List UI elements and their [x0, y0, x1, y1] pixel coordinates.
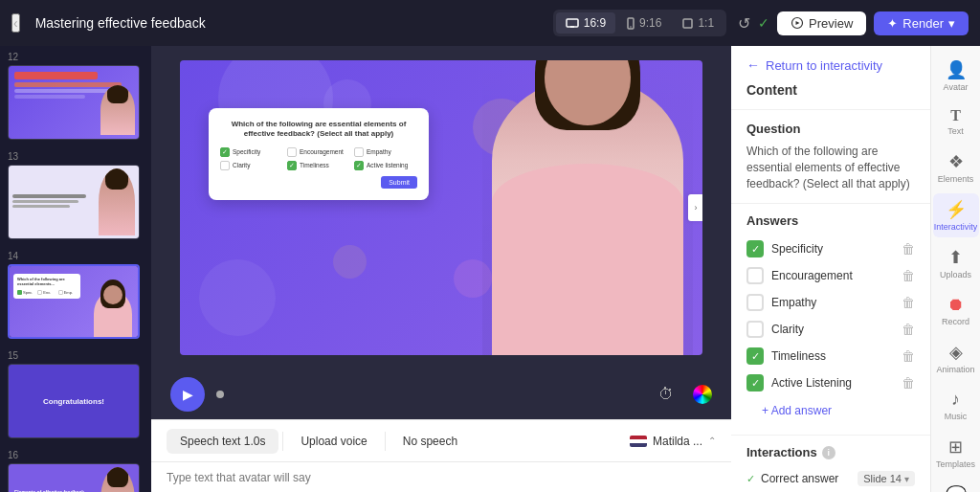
- add-answer-button[interactable]: + Add answer: [746, 396, 915, 425]
- svg-rect-4: [683, 19, 692, 28]
- render-button[interactable]: ✦ Render ▾: [874, 11, 969, 35]
- answer-delete-empathy[interactable]: 🗑: [902, 295, 915, 310]
- slide-thumb-14[interactable]: 14 Which of the following are essential …: [0, 245, 151, 345]
- answer-delete-encouragement[interactable]: 🗑: [902, 268, 915, 283]
- no-speech-option[interactable]: No speech: [390, 429, 471, 454]
- panel-icon-music[interactable]: ♪ Music: [933, 384, 979, 427]
- answer-checkbox-empathy[interactable]: [746, 294, 764, 311]
- aspect-1-1-button[interactable]: 1:1: [673, 12, 724, 34]
- answer-delete-timeliness[interactable]: 🗑: [902, 348, 915, 364]
- avatar-text-input[interactable]: [167, 471, 716, 484]
- canvas-preview: Which of the following are essential ele…: [180, 60, 702, 355]
- svg-rect-0: [567, 19, 578, 27]
- render-label: Render: [902, 16, 944, 31]
- quiz-checkbox-specificity: ✓: [220, 147, 230, 157]
- slide-thumb-16[interactable]: 16 Elements of effective feedback • Spec…: [0, 444, 151, 492]
- answer-label-timeliness: Timeliness: [771, 349, 894, 363]
- comments-panel-icon: 💬: [946, 484, 967, 492]
- quiz-submit-button[interactable]: Submit: [381, 176, 417, 189]
- upload-voice-option[interactable]: Upload voice: [287, 429, 380, 454]
- quiz-option-timeliness-label: Timeliness: [300, 162, 329, 168]
- uploads-panel-icon: ⬆: [948, 247, 963, 268]
- slide-image-14: Which of the following are essential ele…: [8, 264, 140, 339]
- panel-icon-animation[interactable]: ◈ Animation: [933, 336, 979, 380]
- collapse-panel-button[interactable]: ›: [688, 194, 702, 221]
- speech-bar: Speech text 1.0s Upload voice No speech …: [151, 419, 731, 461]
- quiz-overlay[interactable]: Which of the following are essential ele…: [209, 108, 429, 200]
- slide-panel: 12 13: [0, 46, 151, 492]
- interactions-info-icon[interactable]: i: [822, 446, 835, 459]
- slide-image-16: Elements of effective feedback • Specifi…: [8, 463, 140, 492]
- quiz-title: Which of the following are essential ele…: [220, 120, 417, 140]
- aspect-9-16-button[interactable]: 9:16: [617, 12, 671, 34]
- quiz-option-empathy[interactable]: Empathy: [354, 147, 417, 157]
- panel-icon-text[interactable]: T Text: [933, 101, 979, 142]
- quiz-option-encouragement-label: Encouragement: [300, 148, 344, 155]
- record-panel-icon: ⏺: [947, 295, 965, 315]
- slide-image-13: [8, 165, 140, 239]
- timer-icon: ⏱: [658, 386, 674, 403]
- panel-icon-strip: 👤 Avatar T Text ❖ Elements ⚡ Interactivi…: [930, 46, 980, 492]
- monitor-icon: [566, 18, 579, 28]
- quiz-option-clarity-label: Clarity: [233, 162, 250, 168]
- play-button[interactable]: ▶: [170, 377, 205, 412]
- back-arrow-icon: ←: [746, 57, 760, 73]
- answer-checkbox-encouragement[interactable]: [746, 267, 764, 284]
- slide-thumb-12[interactable]: 12: [0, 46, 151, 145]
- back-to-interactivity-button[interactable]: ← Return to interactivity: [746, 57, 915, 73]
- panel-icon-elements[interactable]: ❖ Elements: [933, 145, 979, 190]
- slide-thumb-13[interactable]: 13: [0, 145, 151, 245]
- correct-answer-row: ✓ Correct answer Slide 14 ▾: [746, 467, 915, 490]
- answer-label-specificity: Specificity: [771, 242, 894, 256]
- answer-checkbox-specificity[interactable]: ✓: [746, 240, 764, 257]
- answer-delete-clarity[interactable]: 🗑: [902, 322, 915, 337]
- music-panel-icon: ♪: [951, 390, 960, 410]
- render-icon: ✦: [887, 16, 898, 31]
- text-panel-label: Text: [947, 126, 964, 136]
- answer-row-timeliness: ✓ Timeliness 🗑: [746, 343, 915, 369]
- panel-icon-interactivity[interactable]: ⚡ Interactivity: [933, 193, 979, 237]
- speech-text-option[interactable]: Speech text 1.0s: [167, 429, 278, 454]
- quiz-option-clarity[interactable]: Clarity: [220, 161, 283, 170]
- panel-icon-templates[interactable]: ⊞ Templates: [933, 431, 979, 475]
- aspect-16-9-button[interactable]: 16:9: [556, 12, 615, 34]
- panel-icon-comments[interactable]: 💬 Comments: [933, 479, 979, 492]
- quiz-option-encouragement[interactable]: Encouragement: [287, 147, 350, 157]
- saved-indicator: ✓: [758, 15, 769, 31]
- answer-checkbox-clarity[interactable]: [746, 321, 764, 338]
- correct-answer-slide-badge[interactable]: Slide 14 ▾: [858, 471, 915, 486]
- answer-checkbox-active-listening[interactable]: ✓: [746, 374, 764, 391]
- right-panel: ← Return to interactivity Content Questi…: [731, 46, 980, 492]
- undo-button[interactable]: ↺: [738, 14, 750, 33]
- preview-icon: [791, 16, 804, 30]
- record-panel-label: Record: [942, 317, 969, 326]
- flag-icon: [630, 436, 647, 447]
- color-wheel-icon: [693, 385, 712, 404]
- add-answer-label: + Add answer: [762, 404, 832, 417]
- square-icon: [682, 18, 693, 29]
- quiz-option-active-listening[interactable]: ✓ Active listening: [354, 161, 417, 170]
- avatar-panel-icon: 👤: [946, 59, 967, 80]
- answer-checkbox-timeliness[interactable]: ✓: [746, 347, 764, 365]
- content-heading: Content: [746, 82, 915, 98]
- svg-point-3: [630, 26, 632, 28]
- preview-button[interactable]: Preview: [777, 11, 866, 35]
- avatar-selector[interactable]: Matilda ... ⌃: [630, 435, 716, 448]
- uploads-panel-label: Uploads: [940, 270, 971, 280]
- panel-icon-record[interactable]: ⏺ Record: [933, 289, 979, 332]
- aspect-16-9-label: 16:9: [584, 16, 606, 30]
- quiz-option-specificity[interactable]: ✓ Specificity: [220, 147, 283, 157]
- answer-delete-specificity[interactable]: 🗑: [902, 241, 915, 257]
- page-title: Mastering effective feedback: [35, 15, 542, 31]
- panel-icon-avatar[interactable]: 👤 Avatar: [933, 54, 979, 98]
- panel-icon-uploads[interactable]: ⬆ Uploads: [933, 241, 979, 285]
- templates-panel-label: Templates: [936, 459, 975, 469]
- quiz-option-active-listening-label: Active listening: [367, 162, 408, 168]
- back-button[interactable]: ‹: [11, 13, 20, 33]
- avatar-name: Matilda ...: [653, 435, 702, 448]
- interactivity-panel-label: Interactivity: [934, 222, 978, 232]
- slide-thumb-15[interactable]: 15 Congratulations!: [0, 345, 151, 444]
- templates-panel-icon: ⊞: [948, 436, 963, 458]
- answer-delete-active-listening[interactable]: 🗑: [902, 375, 915, 391]
- quiz-option-timeliness[interactable]: ✓ Timeliness: [287, 161, 350, 170]
